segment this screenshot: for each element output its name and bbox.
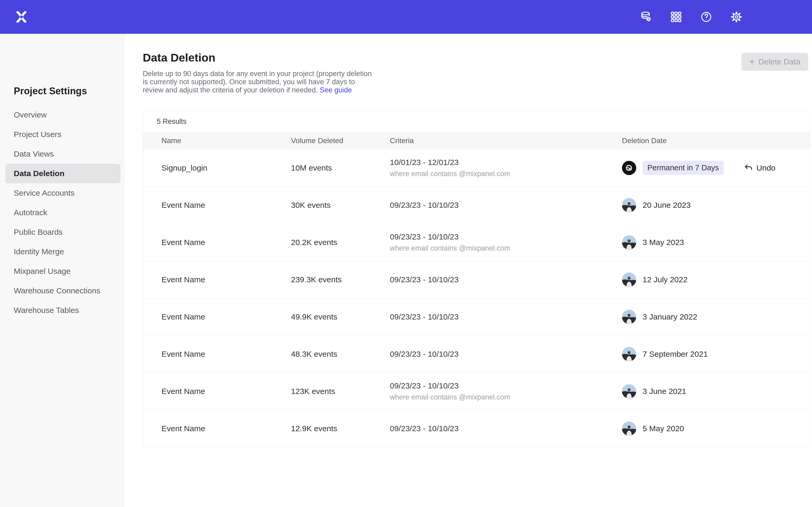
see-guide-link[interactable]: See guide [319, 86, 352, 94]
criteria-filter: where email contains @mixpanel.com [390, 244, 510, 252]
sidebar-item-project-users[interactable]: Project Users [5, 125, 120, 144]
volume-deleted: 10M events [291, 163, 332, 172]
criteria-filter: where email contains @mixpanel.com [390, 170, 510, 178]
sidebar-item-public-boards[interactable]: Public Boards [5, 222, 120, 242]
user-avatar [622, 384, 636, 398]
column-criteria: Criteria [390, 136, 622, 145]
plus-icon: + [749, 57, 755, 66]
event-name: Event Name [161, 313, 205, 321]
deletion-date: 3 May 2023 [643, 238, 684, 247]
volume-deleted: 30K events [291, 201, 331, 210]
user-avatar [622, 235, 636, 249]
user-avatar [622, 347, 636, 361]
criteria-date-range: 10/01/23 - 12/01/23 [390, 158, 459, 167]
user-avatar [622, 421, 636, 436]
volume-deleted: 239.3K events [291, 275, 342, 284]
table-row: Event Name 20.2K events 09/23/23 - 10/10… [143, 224, 810, 261]
page-title: Data Deletion [143, 51, 215, 64]
delete-data-label: Delete Data [759, 57, 800, 66]
event-name: Event Name [161, 275, 205, 284]
table-row: Event Name 239.3K events 09/23/23 - 10/1… [143, 261, 810, 298]
status-badge: Permanent in 7 Days [643, 161, 724, 175]
sidebar-nav: OverviewProject UsersData ViewsData Dele… [5, 105, 120, 320]
sidebar-item-service-accounts[interactable]: Service Accounts [5, 183, 120, 203]
column-deletion-date: Deletion Date [622, 136, 810, 145]
table-body: Signup_login 10M events 10/01/23 - 12/01… [143, 149, 810, 447]
results-count: 5 Results [157, 117, 187, 126]
criteria-filter: where email contains @mixpanel.com [390, 393, 510, 401]
table-header-row: Name Volume Deleted Criteria Deletion Da… [143, 132, 810, 149]
sidebar-item-data-deletion[interactable]: Data Deletion [5, 164, 120, 183]
volume-deleted: 12.9K events [291, 424, 337, 433]
user-avatar [622, 273, 636, 287]
undo-label: Undo [757, 163, 775, 172]
mixpanel-logo[interactable] [15, 10, 28, 23]
volume-deleted: 20.2K events [291, 238, 337, 247]
user-avatar [622, 198, 636, 212]
criteria-date-range: 09/23/23 - 10/10/23 [390, 381, 459, 390]
main-content: Data Deletion Delete up to 90 days data … [124, 34, 812, 507]
sidebar-item-data-views[interactable]: Data Views [5, 144, 120, 164]
volume-deleted: 49.9K events [291, 313, 337, 321]
settings-gear-icon[interactable] [730, 11, 743, 23]
sidebar-item-overview[interactable]: Overview [5, 105, 120, 125]
table-row: Signup_login 10M events 10/01/23 - 12/01… [143, 149, 810, 186]
sidebar-item-identity-merge[interactable]: Identity Merge [5, 242, 120, 262]
sidebar-title: Project Settings [14, 86, 87, 97]
deletion-date: 3 June 2021 [643, 387, 686, 396]
table-row: Event Name 12.9K events 09/23/23 - 10/10… [143, 410, 810, 447]
delete-data-button[interactable]: + Delete Data [742, 53, 808, 71]
deletion-date: 3 January 2022 [643, 313, 697, 321]
table-row: Event Name 123K events 09/23/23 - 10/10/… [143, 373, 810, 410]
database-settings-icon[interactable] [640, 11, 652, 23]
deletion-date: 5 May 2020 [643, 424, 684, 433]
criteria-date-range: 09/23/23 - 10/10/23 [390, 201, 459, 210]
help-icon[interactable] [700, 11, 713, 23]
event-name: Event Name [161, 238, 205, 247]
sidebar-item-warehouse-connections[interactable]: Warehouse Connections [5, 281, 120, 300]
criteria-date-range: 09/23/23 - 10/10/23 [390, 275, 459, 284]
deletion-date: 7 September 2021 [643, 350, 708, 358]
criteria-date-range: 09/23/23 - 10/10/23 [390, 232, 459, 241]
column-volume-deleted: Volume Deleted [291, 136, 390, 145]
sidebar-item-warehouse-tables[interactable]: Warehouse Tables [5, 300, 120, 320]
apps-grid-icon[interactable] [670, 11, 682, 23]
table-row: Event Name 49.9K events 09/23/23 - 10/10… [143, 298, 810, 335]
settings-sidebar: Project Settings OverviewProject UsersDa… [0, 34, 124, 507]
sidebar-item-autotrack[interactable]: Autotrack [5, 203, 120, 222]
undo-button[interactable]: Undo [744, 163, 775, 173]
sidebar-item-mixpanel-usage[interactable]: Mixpanel Usage [5, 262, 120, 281]
undo-icon [744, 163, 753, 173]
volume-deleted: 123K events [291, 387, 335, 396]
event-name: Event Name [161, 201, 205, 210]
column-name: Name [161, 136, 291, 145]
criteria-date-range: 09/23/23 - 10/10/23 [390, 313, 459, 321]
deletion-date: 12 July 2022 [643, 275, 688, 284]
event-name: Event Name [161, 424, 205, 433]
table-row: Event Name 30K events 09/23/23 - 10/10/2… [143, 186, 810, 224]
app-header [0, 0, 812, 34]
event-name: Signup_login [161, 163, 207, 172]
user-avatar [622, 161, 636, 175]
criteria-date-range: 09/23/23 - 10/10/23 [390, 350, 459, 358]
deletion-table-card: 5 Results Name Volume Deleted Criteria D… [143, 110, 810, 447]
page-description: Delete up to 90 days data for any event … [143, 70, 375, 94]
volume-deleted: 48.3K events [291, 350, 337, 358]
table-row: Event Name 48.3K events 09/23/23 - 10/10… [143, 335, 810, 373]
event-name: Event Name [161, 387, 205, 396]
header-icon-group [640, 11, 743, 23]
event-name: Event Name [161, 350, 205, 358]
criteria-date-range: 09/23/23 - 10/10/23 [390, 424, 459, 433]
deletion-date: 20 June 2023 [643, 201, 691, 210]
user-avatar [622, 310, 636, 324]
